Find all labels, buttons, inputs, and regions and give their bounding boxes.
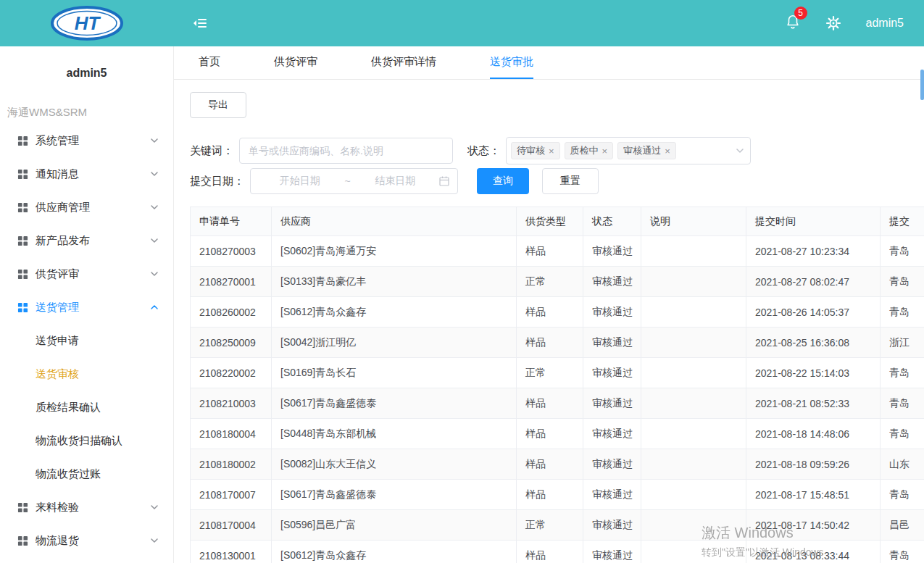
table-row[interactable]: 2108270001[S0133]青岛豪亿丰正常审核通过2021-08-27 0… [191, 267, 924, 297]
table-cell: 青岛 [881, 480, 924, 510]
export-button[interactable]: 导出 [190, 92, 246, 118]
table-cell: 样品 [517, 541, 583, 563]
sidebar-subitem[interactable]: 物流收货扫描确认 [0, 424, 173, 457]
sidebar-subitem[interactable]: 质检结果确认 [0, 391, 173, 424]
status-tag-label: 审核通过 [623, 144, 661, 157]
sidebar-subitem[interactable]: 送货申请 [0, 324, 173, 357]
tab[interactable]: 首页 [199, 46, 220, 79]
status-tag-label: 待审核 [517, 144, 545, 157]
table-cell: 样品 [517, 480, 583, 510]
chevron-down-icon [150, 270, 159, 278]
table-row[interactable]: 2108170007[S0617]青岛鑫盛德泰样品审核通过2021-08-17 … [191, 480, 924, 510]
table-cell: 2021-08-21 08:52:33 [746, 388, 881, 419]
table-cell: 浙江 [881, 328, 924, 358]
sidebar-item[interactable]: 通知消息 [0, 157, 173, 191]
grid-icon [17, 235, 28, 246]
table-row[interactable]: 2108250009[S0042]浙江明亿样品审核通过2021-08-25 16… [191, 328, 924, 358]
tag-close-icon[interactable]: × [549, 146, 554, 156]
grid-icon [17, 202, 28, 213]
sidebar-item[interactable]: 供货评审 [0, 257, 173, 291]
table-cell [641, 388, 746, 419]
search-button[interactable]: 查询 [477, 168, 529, 194]
settings-button[interactable] [825, 15, 841, 31]
notifications-button[interactable]: 5 [785, 14, 801, 33]
sidebar-menu: 系统管理通知消息供应商管理新产品发布供货评审送货管理送货申请送货审核质检结果确认… [0, 124, 173, 557]
calendar-icon [438, 175, 450, 187]
filter-row-1: 关键词： 状态： 待审核×质检中×审核通过× [190, 137, 924, 164]
status-multiselect[interactable]: 待审核×质检中×审核通过× [506, 137, 751, 164]
table-cell: 2108270003 [191, 236, 272, 267]
table-row[interactable]: 2108180002[S0082]山东大王信义样品审核通过2021-08-18 … [191, 449, 924, 480]
table-cell: [S0169]青岛长石 [272, 358, 517, 388]
table-cell: 青岛 [881, 358, 924, 388]
date-range-picker[interactable]: 开始日期 ~ 结束日期 [250, 168, 458, 194]
tag-close-icon[interactable]: × [602, 146, 608, 156]
tab[interactable]: 送货审批 [490, 46, 533, 79]
end-date-placeholder: 结束日期 [354, 175, 437, 188]
table-cell [641, 236, 746, 267]
table-cell: [S0596]昌邑广富 [272, 510, 517, 541]
table-cell: 样品 [517, 236, 583, 267]
chevron-down-icon [150, 203, 159, 212]
table-cell: 昌邑 [881, 510, 924, 541]
main-content: 首页供货评审供货评审详情送货审批 导出 关键词： 状态： 待审核×质检中×审核通… [174, 0, 924, 563]
tab[interactable]: 供货评审 [274, 46, 317, 79]
table-row[interactable]: 2108170004[S0596]昌邑广富正常审核通过2021-08-17 14… [191, 510, 924, 541]
table-cell: 2108170007 [191, 480, 272, 510]
sidebar-subitem[interactable]: 物流收货过账 [0, 457, 173, 491]
table-cell: 青岛 [881, 388, 924, 419]
table-cell: 审核通过 [583, 541, 641, 563]
top-header: HT 5 [0, 0, 924, 46]
status-tag-label: 质检中 [570, 144, 599, 157]
tag-close-icon[interactable]: × [665, 146, 670, 156]
table-cell: [S0082]山东大王信义 [272, 449, 517, 480]
table-row[interactable]: 2108130001[S0612]青岛众鑫存样品审核通过2021-08-13 0… [191, 541, 924, 563]
sidebar-collapse-icon[interactable] [191, 14, 209, 32]
table-cell [641, 480, 746, 510]
chevron-down-icon [150, 536, 159, 545]
scrollbar-thumb[interactable] [920, 70, 924, 100]
chevron-up-icon [150, 303, 159, 312]
table-cell: 审核通过 [583, 297, 641, 328]
chevron-down-icon [150, 170, 159, 178]
table-cell: 2108180002 [191, 449, 272, 480]
sidebar-item[interactable]: 新产品发布 [0, 224, 173, 257]
sidebar-item-label: 通知消息 [36, 167, 79, 181]
table-row[interactable]: 2108180004[S0448]青岛东部机械样品审核通过2021-08-18 … [191, 419, 924, 449]
table-cell: 审核通过 [583, 358, 641, 388]
sidebar-item[interactable]: 系统管理 [0, 124, 173, 157]
sidebar-item-label: 物流退货 [36, 534, 79, 548]
sidebar-item[interactable]: 来料检验 [0, 491, 173, 524]
date-separator: ~ [341, 175, 353, 187]
start-date-placeholder: 开始日期 [258, 175, 341, 188]
sidebar-item[interactable]: 供应商管理 [0, 191, 173, 224]
sidebar-subitem[interactable]: 送货审核 [0, 357, 173, 391]
table-row[interactable]: 2108270003[S0602]青岛海通万安样品审核通过2021-08-27 … [191, 236, 924, 267]
table-cell: 2021-08-27 08:02:47 [746, 267, 881, 297]
grid-icon [17, 135, 28, 146]
table-row[interactable]: 2108210003[S0617]青岛鑫盛德泰样品审核通过2021-08-21 … [191, 388, 924, 419]
table-cell: 样品 [517, 419, 583, 449]
table-cell: 样品 [517, 328, 583, 358]
logo-icon: HT [49, 4, 125, 42]
table-cell: 2108210003 [191, 388, 272, 419]
grid-icon [17, 535, 28, 546]
keyword-input[interactable] [239, 138, 453, 164]
column-header: 供应商 [272, 207, 517, 236]
table-row[interactable]: 2108220002[S0169]青岛长石正常审核通过2021-08-22 15… [191, 358, 924, 388]
sidebar-item-label: 来料检验 [36, 501, 79, 514]
sidebar-item[interactable]: 物流退货 [0, 524, 173, 557]
reset-button[interactable]: 重置 [542, 168, 599, 194]
table-cell: 2021-08-26 14:05:37 [746, 297, 881, 328]
table-row[interactable]: 2108260002[S0612]青岛众鑫存样品审核通过2021-08-26 1… [191, 297, 924, 328]
table-cell: 2021-08-25 16:36:08 [746, 328, 881, 358]
status-tag: 待审核× [511, 142, 560, 159]
table-cell: [S0042]浙江明亿 [272, 328, 517, 358]
grid-icon [17, 269, 28, 280]
table-cell: 审核通过 [583, 328, 641, 358]
chevron-down-icon [150, 236, 159, 245]
sidebar-item[interactable]: 送货管理 [0, 291, 173, 324]
logo-text: HT [75, 12, 101, 34]
tab[interactable]: 供货评审详情 [371, 46, 436, 79]
topbar-username[interactable]: admin5 [866, 17, 904, 30]
